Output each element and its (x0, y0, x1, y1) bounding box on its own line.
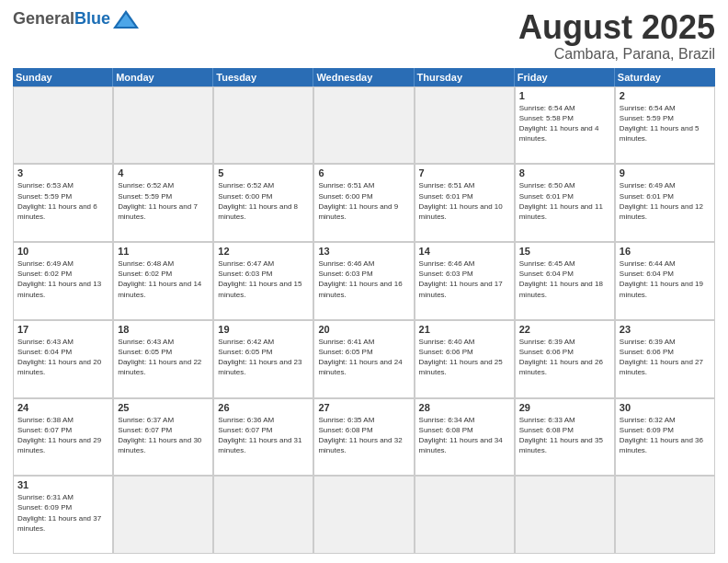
day-number: 17 (17, 324, 108, 335)
day-number: 25 (118, 402, 209, 413)
day-number: 24 (17, 402, 108, 413)
day-cell-28: 28Sunrise: 6:34 AMSunset: 6:08 PMDayligh… (415, 398, 515, 477)
day-info: Sunrise: 6:52 AMSunset: 6:00 PMDaylight:… (218, 180, 309, 222)
day-info: Sunrise: 6:53 AMSunset: 5:59 PMDaylight:… (17, 180, 108, 222)
day-info: Sunrise: 6:41 AMSunset: 6:05 PMDaylight:… (318, 337, 409, 378)
day-cell-2: 2Sunrise: 6:54 AMSunset: 5:59 PMDaylight… (615, 86, 715, 165)
day-cell-21: 21Sunrise: 6:40 AMSunset: 6:06 PMDayligh… (415, 320, 515, 398)
empty-cell (415, 86, 515, 165)
day-info: Sunrise: 6:51 AMSunset: 6:00 PMDaylight:… (318, 180, 409, 222)
empty-cell (113, 86, 213, 165)
day-info: Sunrise: 6:39 AMSunset: 6:06 PMDaylight:… (519, 337, 610, 378)
empty-cell (213, 476, 313, 554)
day-cell-23: 23Sunrise: 6:39 AMSunset: 6:06 PMDayligh… (615, 320, 715, 398)
day-info: Sunrise: 6:51 AMSunset: 6:01 PMDaylight:… (419, 180, 510, 222)
day-cell-25: 25Sunrise: 6:37 AMSunset: 6:07 PMDayligh… (113, 398, 213, 477)
day-cell-24: 24Sunrise: 6:38 AMSunset: 6:07 PMDayligh… (13, 398, 113, 477)
day-cell-4: 4Sunrise: 6:52 AMSunset: 5:59 PMDaylight… (113, 164, 213, 242)
title-block: August 2025 Cambara, Parana, Brazil (518, 9, 715, 63)
day-cell-6: 6Sunrise: 6:51 AMSunset: 6:00 PMDaylight… (313, 164, 414, 242)
day-number: 14 (419, 246, 510, 257)
day-cell-20: 20Sunrise: 6:41 AMSunset: 6:05 PMDayligh… (313, 320, 414, 398)
day-info: Sunrise: 6:35 AMSunset: 6:08 PMDaylight:… (318, 415, 409, 456)
logo-general: General (13, 9, 74, 29)
empty-cell (113, 476, 213, 554)
weekday-header-wednesday: Wednesday (313, 68, 414, 86)
day-info: Sunrise: 6:49 AMSunset: 6:02 PMDaylight:… (17, 259, 108, 300)
day-cell-13: 13Sunrise: 6:46 AMSunset: 6:03 PMDayligh… (313, 242, 414, 320)
empty-cell (313, 86, 414, 165)
weekday-header-monday: Monday (113, 68, 213, 86)
day-cell-31: 31Sunrise: 6:31 AMSunset: 6:09 PMDayligh… (13, 476, 113, 554)
day-info: Sunrise: 6:37 AMSunset: 6:07 PMDaylight:… (118, 415, 209, 456)
day-number: 13 (318, 246, 409, 257)
day-number: 22 (519, 324, 610, 335)
day-cell-3: 3Sunrise: 6:53 AMSunset: 5:59 PMDaylight… (13, 164, 113, 242)
day-info: Sunrise: 6:47 AMSunset: 6:03 PMDaylight:… (218, 259, 309, 300)
day-number: 8 (519, 167, 610, 178)
calendar-subtitle: Cambara, Parana, Brazil (518, 46, 715, 63)
day-number: 3 (17, 167, 108, 178)
empty-cell (515, 476, 615, 554)
day-info: Sunrise: 6:46 AMSunset: 6:03 PMDaylight:… (419, 259, 510, 300)
day-number: 29 (519, 402, 610, 413)
day-cell-27: 27Sunrise: 6:35 AMSunset: 6:08 PMDayligh… (313, 398, 414, 477)
day-cell-22: 22Sunrise: 6:39 AMSunset: 6:06 PMDayligh… (515, 320, 615, 398)
day-cell-11: 11Sunrise: 6:48 AMSunset: 6:02 PMDayligh… (113, 242, 213, 320)
day-cell-29: 29Sunrise: 6:33 AMSunset: 6:08 PMDayligh… (515, 398, 615, 477)
calendar-title: August 2025 (518, 9, 715, 46)
day-number: 26 (218, 402, 309, 413)
day-info: Sunrise: 6:32 AMSunset: 6:09 PMDaylight:… (620, 415, 711, 456)
weekday-header-sunday: Sunday (13, 68, 113, 86)
day-cell-7: 7Sunrise: 6:51 AMSunset: 6:01 PMDaylight… (415, 164, 515, 242)
logo: General Blue (13, 9, 139, 29)
weekday-header-tuesday: Tuesday (213, 68, 313, 86)
day-number: 27 (318, 402, 409, 413)
weekday-header-saturday: Saturday (615, 68, 715, 86)
calendar: SundayMondayTuesdayWednesdayThursdayFrid… (13, 68, 715, 554)
day-number: 12 (218, 246, 309, 257)
day-info: Sunrise: 6:48 AMSunset: 6:02 PMDaylight:… (118, 259, 209, 300)
day-info: Sunrise: 6:49 AMSunset: 6:01 PMDaylight:… (620, 180, 711, 222)
day-info: Sunrise: 6:45 AMSunset: 6:04 PMDaylight:… (519, 259, 610, 300)
logo-icon (113, 10, 139, 29)
day-number: 15 (519, 246, 610, 257)
day-number: 30 (620, 402, 711, 413)
day-cell-12: 12Sunrise: 6:47 AMSunset: 6:03 PMDayligh… (213, 242, 313, 320)
day-cell-1: 1Sunrise: 6:54 AMSunset: 5:58 PMDaylight… (515, 86, 615, 165)
day-cell-14: 14Sunrise: 6:46 AMSunset: 6:03 PMDayligh… (415, 242, 515, 320)
header: General Blue August 2025 Cambara, Parana… (13, 9, 715, 63)
day-info: Sunrise: 6:44 AMSunset: 6:04 PMDaylight:… (620, 259, 711, 300)
day-info: Sunrise: 6:36 AMSunset: 6:07 PMDaylight:… (218, 415, 309, 456)
empty-cell (13, 86, 113, 165)
day-number: 18 (118, 324, 209, 335)
day-number: 6 (318, 167, 409, 178)
weekday-header-thursday: Thursday (415, 68, 515, 86)
day-info: Sunrise: 6:38 AMSunset: 6:07 PMDaylight:… (17, 415, 108, 456)
day-number: 2 (620, 90, 711, 101)
empty-cell (313, 476, 414, 554)
day-cell-16: 16Sunrise: 6:44 AMSunset: 6:04 PMDayligh… (615, 242, 715, 320)
day-number: 11 (118, 246, 209, 257)
weekday-header-friday: Friday (515, 68, 615, 86)
day-info: Sunrise: 6:54 AMSunset: 5:58 PMDaylight:… (519, 103, 610, 144)
day-number: 23 (620, 324, 711, 335)
day-info: Sunrise: 6:33 AMSunset: 6:08 PMDaylight:… (519, 415, 610, 456)
day-info: Sunrise: 6:54 AMSunset: 5:59 PMDaylight:… (620, 103, 711, 144)
day-info: Sunrise: 6:46 AMSunset: 6:03 PMDaylight:… (318, 259, 409, 300)
day-cell-9: 9Sunrise: 6:49 AMSunset: 6:01 PMDaylight… (615, 164, 715, 242)
day-info: Sunrise: 6:34 AMSunset: 6:08 PMDaylight:… (419, 415, 510, 456)
day-cell-30: 30Sunrise: 6:32 AMSunset: 6:09 PMDayligh… (615, 398, 715, 477)
day-info: Sunrise: 6:42 AMSunset: 6:05 PMDaylight:… (218, 337, 309, 378)
day-info: Sunrise: 6:43 AMSunset: 6:04 PMDaylight:… (17, 337, 108, 378)
day-number: 1 (519, 90, 610, 101)
day-cell-18: 18Sunrise: 6:43 AMSunset: 6:05 PMDayligh… (113, 320, 213, 398)
day-info: Sunrise: 6:39 AMSunset: 6:06 PMDaylight:… (620, 337, 711, 378)
day-number: 10 (17, 246, 108, 257)
day-cell-26: 26Sunrise: 6:36 AMSunset: 6:07 PMDayligh… (213, 398, 313, 477)
day-cell-19: 19Sunrise: 6:42 AMSunset: 6:05 PMDayligh… (213, 320, 313, 398)
day-number: 28 (419, 402, 510, 413)
empty-cell (213, 86, 313, 165)
day-info: Sunrise: 6:43 AMSunset: 6:05 PMDaylight:… (118, 337, 209, 378)
day-info: Sunrise: 6:31 AMSunset: 6:09 PMDaylight:… (17, 492, 108, 534)
